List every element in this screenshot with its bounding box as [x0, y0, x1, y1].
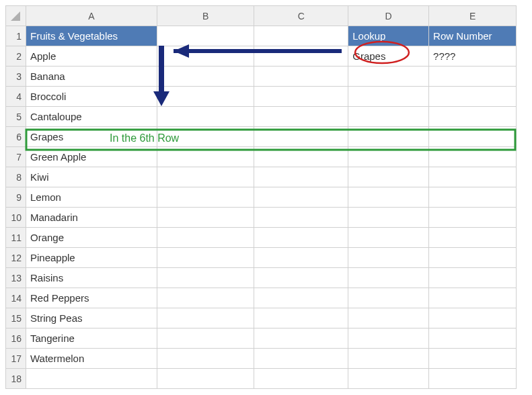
cell-C11[interactable]	[254, 228, 348, 248]
row-header-10[interactable]: 10	[6, 208, 26, 228]
row-header-13[interactable]: 13	[6, 268, 26, 288]
cell-A8[interactable]: Kiwi	[26, 167, 157, 187]
select-all-corner[interactable]	[6, 6, 26, 26]
cell-B16[interactable]	[157, 328, 254, 349]
cell-E17[interactable]	[429, 349, 517, 369]
cell-B11[interactable]	[157, 228, 254, 248]
row-header-16[interactable]: 16	[6, 328, 26, 349]
spreadsheet[interactable]: A B C D E 1 Fruits & Vegetables Lookup R…	[5, 5, 517, 389]
cell-C7[interactable]	[254, 147, 348, 167]
cell-E10[interactable]	[429, 208, 517, 228]
cell-E7[interactable]	[429, 147, 517, 167]
cell-E8[interactable]	[429, 167, 517, 187]
cell-D3[interactable]	[348, 67, 429, 87]
cell-B5[interactable]	[157, 107, 254, 127]
cell-A7[interactable]: Green Apple	[26, 147, 157, 167]
cell-B12[interactable]	[157, 248, 254, 268]
row-header-12[interactable]: 12	[6, 248, 26, 268]
cell-B3[interactable]	[157, 67, 254, 87]
cell-D2[interactable]: Grapes	[348, 46, 429, 67]
cell-D11[interactable]	[348, 228, 429, 248]
cell-E18[interactable]	[429, 369, 517, 389]
row-header-4[interactable]: 4	[6, 87, 26, 107]
cell-E3[interactable]	[429, 67, 517, 87]
cell-A2[interactable]: Apple	[26, 46, 157, 67]
cell-C6[interactable]	[254, 127, 348, 147]
col-header-A[interactable]: A	[26, 6, 157, 26]
cell-C15[interactable]	[254, 308, 348, 328]
cell-C8[interactable]	[254, 167, 348, 187]
cell-A15[interactable]: String Peas	[26, 308, 157, 328]
row-header-2[interactable]: 2	[6, 46, 26, 67]
cell-B14[interactable]	[157, 288, 254, 308]
cell-D13[interactable]	[348, 268, 429, 288]
cell-D16[interactable]	[348, 328, 429, 349]
cell-C1[interactable]	[254, 26, 348, 46]
cell-A4[interactable]: Broccoli	[26, 87, 157, 107]
cell-D5[interactable]	[348, 107, 429, 127]
cell-D18[interactable]	[348, 369, 429, 389]
row-header-5[interactable]: 5	[6, 107, 26, 127]
cell-D14[interactable]	[348, 288, 429, 308]
cell-D7[interactable]	[348, 147, 429, 167]
cell-B2[interactable]	[157, 46, 254, 67]
cell-E5[interactable]	[429, 107, 517, 127]
cell-B8[interactable]	[157, 167, 254, 187]
row-header-9[interactable]: 9	[6, 187, 26, 208]
cell-A3[interactable]: Banana	[26, 67, 157, 87]
cell-D10[interactable]	[348, 208, 429, 228]
cell-B13[interactable]	[157, 268, 254, 288]
cell-E13[interactable]	[429, 268, 517, 288]
cell-C16[interactable]	[254, 328, 348, 349]
cell-E2[interactable]: ????	[429, 46, 517, 67]
cell-E12[interactable]	[429, 248, 517, 268]
cell-B1[interactable]	[157, 26, 254, 46]
cell-D12[interactable]	[348, 248, 429, 268]
cell-D15[interactable]	[348, 308, 429, 328]
cell-C10[interactable]	[254, 208, 348, 228]
cell-D6[interactable]	[348, 127, 429, 147]
cell-B6[interactable]	[157, 127, 254, 147]
cell-C3[interactable]	[254, 67, 348, 87]
row-header-6[interactable]: 6	[6, 127, 26, 147]
cell-A14[interactable]: Red Peppers	[26, 288, 157, 308]
cell-E14[interactable]	[429, 288, 517, 308]
cell-B10[interactable]	[157, 208, 254, 228]
cell-D17[interactable]	[348, 349, 429, 369]
cell-A9[interactable]: Lemon	[26, 187, 157, 208]
row-header-17[interactable]: 17	[6, 349, 26, 369]
cell-E15[interactable]	[429, 308, 517, 328]
cell-A12[interactable]: Pineapple	[26, 248, 157, 268]
cell-E6[interactable]	[429, 127, 517, 147]
cell-A1[interactable]: Fruits & Vegetables	[26, 26, 157, 46]
cell-A11[interactable]: Orange	[26, 228, 157, 248]
cell-C17[interactable]	[254, 349, 348, 369]
cell-C4[interactable]	[254, 87, 348, 107]
row-header-14[interactable]: 14	[6, 288, 26, 308]
cell-C5[interactable]	[254, 107, 348, 127]
cell-A13[interactable]: Raisins	[26, 268, 157, 288]
cell-C13[interactable]	[254, 268, 348, 288]
col-header-C[interactable]: C	[254, 6, 348, 26]
cell-B9[interactable]	[157, 187, 254, 208]
cell-E4[interactable]	[429, 87, 517, 107]
cell-E11[interactable]	[429, 228, 517, 248]
col-header-B[interactable]: B	[157, 6, 254, 26]
cell-B17[interactable]	[157, 349, 254, 369]
cell-C2[interactable]	[254, 46, 348, 67]
cell-A17[interactable]: Watermelon	[26, 349, 157, 369]
cell-D1[interactable]: Lookup	[348, 26, 429, 46]
cell-D9[interactable]	[348, 187, 429, 208]
cell-A10[interactable]: Manadarin	[26, 208, 157, 228]
col-header-E[interactable]: E	[429, 6, 517, 26]
cell-B18[interactable]	[157, 369, 254, 389]
cell-C9[interactable]	[254, 187, 348, 208]
row-header-18[interactable]: 18	[6, 369, 26, 389]
cell-E16[interactable]	[429, 328, 517, 349]
row-header-1[interactable]: 1	[6, 26, 26, 46]
cell-A18[interactable]	[26, 369, 157, 389]
cell-D8[interactable]	[348, 167, 429, 187]
row-header-15[interactable]: 15	[6, 308, 26, 328]
cell-A5[interactable]: Cantaloupe	[26, 107, 157, 127]
row-header-11[interactable]: 11	[6, 228, 26, 248]
